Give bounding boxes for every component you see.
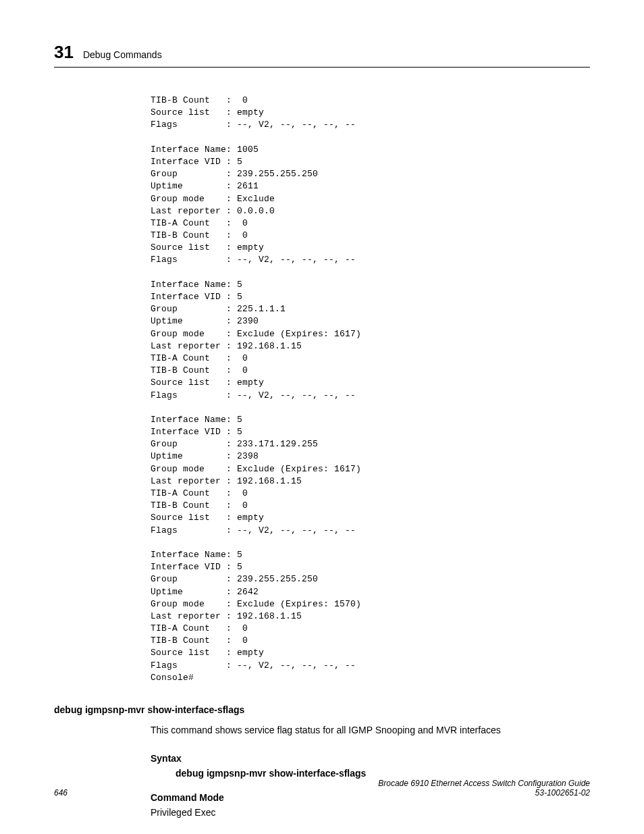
page-number: 646 bbox=[54, 788, 68, 798]
page-header: 31 Debug Commands bbox=[54, 42, 590, 68]
syntax-label: Syntax bbox=[151, 753, 590, 764]
terminal-output: TIB-B Count : 0 Source list : empty Flag… bbox=[151, 95, 590, 684]
syntax-value: debug igmpsnp-mvr show-interface-sflags bbox=[176, 768, 590, 779]
command-mode-value: Privileged Exec bbox=[151, 807, 590, 818]
document-page: 31 Debug Commands TIB-B Count : 0 Source… bbox=[0, 0, 644, 818]
doc-number: 53-1002651-02 bbox=[378, 788, 590, 798]
page-footer: 646 Brocade 6910 Ethernet Access Switch … bbox=[54, 779, 590, 798]
chapter-number: 31 bbox=[54, 42, 74, 63]
footer-doc-info: Brocade 6910 Ethernet Access Switch Conf… bbox=[378, 779, 590, 798]
chapter-title: Debug Commands bbox=[83, 49, 162, 60]
guide-title: Brocade 6910 Ethernet Access Switch Conf… bbox=[378, 779, 590, 788]
command-heading: debug igmpsnp-mvr show-interface-sflags bbox=[54, 704, 590, 715]
command-description: This command shows service flag status f… bbox=[151, 725, 590, 735]
